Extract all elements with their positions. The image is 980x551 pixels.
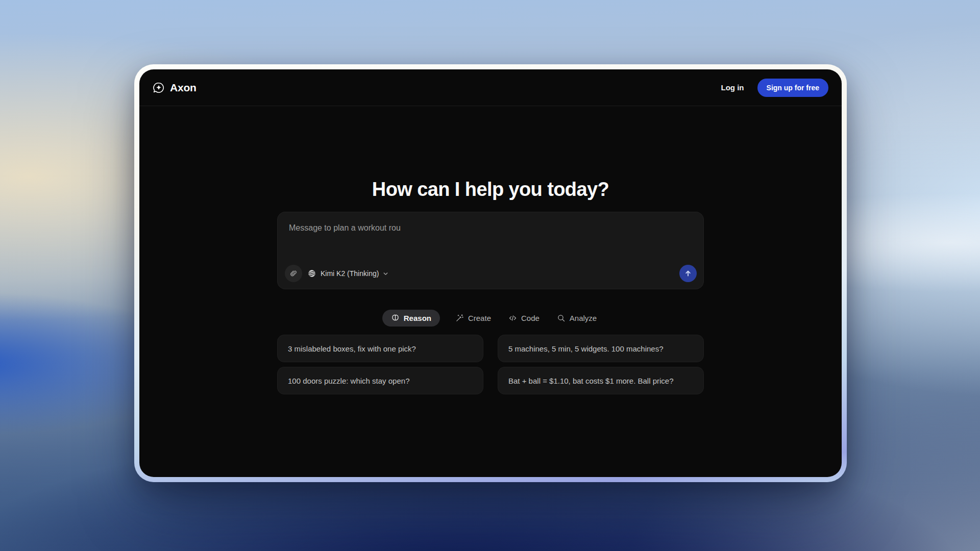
kimi-sphere-icon (307, 269, 316, 278)
tab-label: Analyze (570, 314, 597, 322)
app-window: Axon Log in Sign up for free How can I h… (139, 69, 842, 477)
brain-icon (391, 314, 400, 322)
tab-label: Code (521, 314, 540, 322)
suggestion-card[interactable]: Bat + ball = $1.10, bat costs $1 more. B… (498, 367, 704, 394)
model-selector[interactable]: Kimi K2 (Thinking) (307, 269, 388, 278)
composer-toolbar-left: Kimi K2 (Thinking) (285, 265, 388, 282)
brand-name: Axon (170, 82, 197, 94)
main-content: How can I help you today? (139, 106, 842, 477)
model-name: Kimi K2 (Thinking) (321, 269, 379, 278)
send-button[interactable] (679, 265, 697, 282)
attach-button[interactable] (285, 265, 302, 282)
brand[interactable]: Axon (153, 82, 197, 94)
chevron-down-icon (383, 271, 388, 277)
tab-analyze[interactable]: Analyze (555, 310, 599, 327)
tab-create[interactable]: Create (453, 310, 493, 327)
axon-logo-icon (153, 82, 165, 94)
suggestion-card[interactable]: 100 doors puzzle: which stay open? (277, 367, 483, 394)
tab-label: Reason (404, 314, 431, 322)
page-title: How can I help you today? (372, 178, 609, 201)
composer-toolbar: Kimi K2 (Thinking) (278, 265, 703, 289)
suggestion-card[interactable]: 3 mislabeled boxes, fix with one pick? (277, 335, 483, 362)
suggestion-cards: 3 mislabeled boxes, fix with one pick? 5… (277, 335, 704, 394)
message-input[interactable] (278, 212, 703, 265)
desktop-wallpaper: Axon Log in Sign up for free How can I h… (0, 0, 980, 551)
tab-reason[interactable]: Reason (382, 310, 440, 327)
app-header: Axon Log in Sign up for free (139, 69, 842, 106)
magnifier-icon (557, 314, 566, 322)
header-actions: Log in Sign up for free (721, 79, 828, 97)
paperclip-icon (289, 269, 298, 278)
category-tabs: Reason Create (382, 309, 599, 327)
wand-icon (455, 314, 464, 322)
tab-code[interactable]: Code (506, 310, 542, 327)
login-button[interactable]: Log in (721, 83, 744, 92)
app-window-frame: Axon Log in Sign up for free How can I h… (134, 64, 847, 482)
composer: Kimi K2 (Thinking) (277, 212, 704, 289)
suggestion-card[interactable]: 5 machines, 5 min, 5 widgets. 100 machin… (498, 335, 704, 362)
tab-label: Create (468, 314, 491, 322)
arrow-up-icon (684, 269, 692, 278)
code-icon (508, 314, 517, 322)
signup-button[interactable]: Sign up for free (757, 79, 828, 97)
